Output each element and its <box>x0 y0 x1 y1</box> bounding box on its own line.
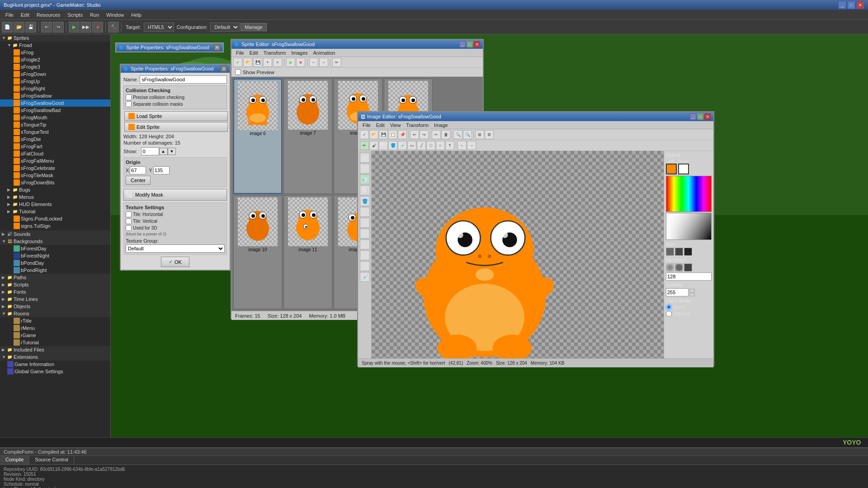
section-sounds[interactable]: ▶ 🔊 Sounds <box>0 230 110 238</box>
section-rooms[interactable]: ▼ 📁 Rooms <box>0 310 110 317</box>
ie-tool-nav-right[interactable]: → <box>467 141 476 150</box>
menu-run[interactable]: Run <box>86 11 103 19</box>
section-sprites[interactable]: ▼ 📁 Sprites <box>0 34 110 42</box>
se-tb-save[interactable]: 💾 <box>253 58 262 67</box>
sprite-sfrogmouth[interactable]: sFrogMouth <box>0 114 110 121</box>
hardness-input[interactable] <box>666 272 712 281</box>
sprite-sfatcloud[interactable]: sFatCloud <box>0 150 110 157</box>
section-fonts[interactable]: ▶ 📁 Fonts <box>0 288 110 296</box>
global-game-settings[interactable]: Global Game Settings <box>0 368 110 375</box>
tb-play[interactable]: ▶ <box>69 22 80 33</box>
size-large[interactable] <box>684 248 692 256</box>
sprite-thumb-5[interactable]: image 11 <box>283 195 332 310</box>
ie-tb-zoom-out[interactable]: 🔍 <box>463 130 472 139</box>
sprite-sfrogswallow[interactable]: sFrogSwallow <box>0 92 110 99</box>
ie-menu-transform[interactable]: Transform <box>403 122 431 129</box>
ie-menu-view[interactable]: View <box>387 122 404 129</box>
ie-tool-rect[interactable]: □ <box>426 141 435 150</box>
tb-new[interactable]: 📄 <box>2 22 13 33</box>
tb-save[interactable]: 💾 <box>25 22 36 33</box>
color-left-swatch[interactable] <box>666 164 677 174</box>
sprite-signtulsign[interactable]: signs.TulSign <box>0 222 110 230</box>
tile-v-checkbox[interactable] <box>126 218 132 224</box>
sprite-thumb-0[interactable]: image 6 <box>233 79 282 194</box>
sprite-sfrogfallmenu[interactable]: sFrogFallMenu <box>0 157 110 164</box>
ie-tool-eraser-l[interactable]: ⬜ <box>360 185 370 195</box>
bg-bforestnight[interactable]: bForestNight <box>0 252 110 259</box>
room-rtitle[interactable]: rTitle <box>0 317 110 324</box>
ie-tool-brush[interactable]: 🖌 <box>369 141 378 150</box>
sprite-editor-min[interactable]: _ <box>459 41 466 47</box>
sprite-signpondlocked[interactable]: Signs.PondLocked <box>0 215 110 222</box>
se-menu-images[interactable]: Images <box>288 49 310 56</box>
sprite-sfrogdie[interactable]: sFrogDie <box>0 136 110 143</box>
sprite-props-bg-titlebar[interactable]: 🔷 Sprite Properties: sFrogSwallowGood ✕ <box>116 43 223 52</box>
ie-tb-save[interactable]: 💾 <box>379 130 388 139</box>
opacity-input[interactable] <box>666 288 689 296</box>
ie-tool-rect-l[interactable]: □ <box>360 239 370 249</box>
sprite-sfrogswallowbad[interactable]: sFrogSwallowBad <box>0 107 110 114</box>
room-rgame[interactable]: rGame <box>0 332 110 339</box>
ie-menu-image[interactable]: Image <box>431 122 451 129</box>
ie-tb-undo[interactable]: ↩ <box>410 130 419 139</box>
sprite-sfrogtilemask[interactable]: sFrogTileMask <box>0 172 110 179</box>
tile-h-checkbox[interactable] <box>126 211 132 217</box>
tb-play-debug[interactable]: ▶▶ <box>80 22 91 33</box>
target-select[interactable]: HTML5 <box>144 23 174 32</box>
image-editor-min[interactable]: _ <box>690 113 696 120</box>
ie-tool-spray-l[interactable]: 💨 <box>360 174 370 184</box>
ie-tb-zoom-in[interactable]: 🔍 <box>453 130 462 139</box>
se-tb-play[interactable]: ▶ <box>286 58 295 67</box>
section-included-files[interactable]: ▶ 📁 Included Files <box>0 346 110 353</box>
ie-tb-redo[interactable]: ↪ <box>420 130 429 139</box>
section-scripts[interactable]: ▶ 📁 Scripts <box>0 281 110 288</box>
blend-radio[interactable] <box>666 304 672 310</box>
load-sprite-btn[interactable]: Load Sprite <box>124 111 228 121</box>
size-medium[interactable] <box>675 248 683 256</box>
ie-tb-check[interactable]: ✓ <box>360 130 369 139</box>
sprite-props-titlebar[interactable]: 🔷 Sprite Properties: sFrogSwallowGood ✕ <box>121 65 230 73</box>
se-tb-open[interactable]: 📂 <box>243 58 252 67</box>
se-tb-add[interactable]: + <box>263 58 272 67</box>
ie-tool-select-l[interactable]: ↗ <box>360 218 370 228</box>
bg-bpondright[interactable]: bPondRight <box>0 267 110 274</box>
image-editor-max[interactable]: □ <box>697 113 703 120</box>
sprite-sfrogdown[interactable]: sFrogDown <box>0 70 110 78</box>
ie-tool-brush-l[interactable]: 🖌 <box>360 164 370 174</box>
sprite-thumb-4[interactable]: image 10 <box>233 195 282 310</box>
config-select[interactable]: Default <box>210 23 240 32</box>
ie-menu-file[interactable]: File <box>360 122 373 129</box>
ie-tool-pencil[interactable]: ✏ <box>360 141 369 150</box>
se-tb-stop[interactable]: ■ <box>296 58 305 67</box>
se-tb-edit[interactable]: ✏ <box>332 58 341 67</box>
origin-y-input[interactable] <box>153 166 170 174</box>
ie-tool-select[interactable]: ▭ <box>407 141 416 150</box>
sprite-stonguelip[interactable]: sTongueTip <box>0 121 110 128</box>
folder-menus[interactable]: ▶ 📁 Menus <box>0 193 110 201</box>
ie-tb-cut[interactable]: ✂ <box>432 130 441 139</box>
ie-tool-picker-l[interactable]: 💉 <box>360 272 370 282</box>
ie-canvas[interactable] <box>372 151 664 358</box>
se-tb-del[interactable]: × <box>273 58 282 67</box>
replace-radio[interactable] <box>666 311 672 317</box>
ie-tool-line[interactable]: ╱ <box>417 141 426 150</box>
section-timelines[interactable]: ▶ 📁 Time Lines <box>0 296 110 303</box>
modify-mask-btn[interactable]: ⬜ Modify Mask <box>123 189 227 201</box>
maximize-btn[interactable]: □ <box>847 1 855 9</box>
texture-group-select[interactable]: Default <box>126 244 225 253</box>
ie-tool-pencil-l[interactable]: ✏ <box>360 153 370 163</box>
menu-scripts[interactable]: Scripts <box>64 11 86 19</box>
sprite-sfrogle3[interactable]: sFrogle3 <box>0 63 110 70</box>
size-small[interactable] <box>666 248 674 256</box>
ie-tool-eraser[interactable]: ⬜ <box>379 141 388 150</box>
ie-tb-grid[interactable]: ⊞ <box>475 130 484 139</box>
tab-source-control[interactable]: Source Control <box>29 456 74 465</box>
color-hue-bar[interactable] <box>666 176 712 212</box>
menu-resources[interactable]: Resources <box>33 11 64 19</box>
tb-build[interactable]: 🔨 <box>108 22 119 33</box>
close-btn[interactable]: ✕ <box>856 1 864 9</box>
ok-btn[interactable]: ✓ OK <box>161 257 189 267</box>
tb-undo[interactable]: ↩ <box>41 22 52 33</box>
used3d-checkbox[interactable] <box>126 225 132 231</box>
separate-checkbox[interactable] <box>126 101 132 107</box>
